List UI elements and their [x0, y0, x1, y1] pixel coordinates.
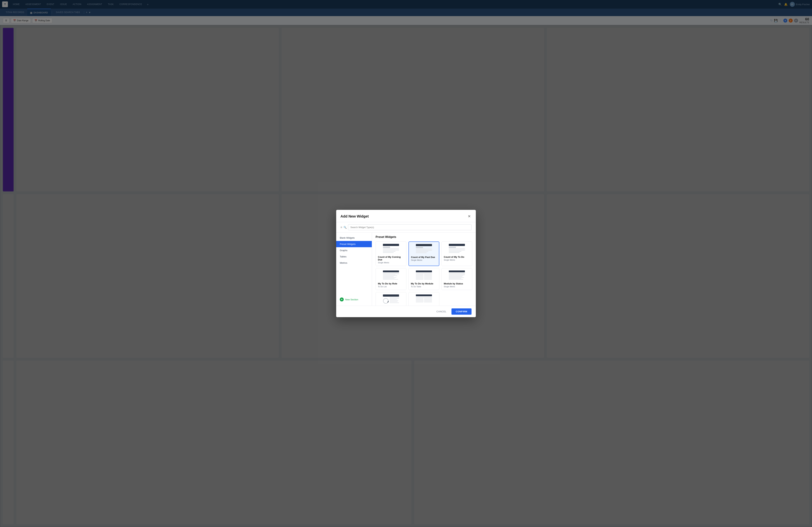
widget-type: Single Metric — [378, 261, 404, 264]
svg-rect-45 — [449, 273, 465, 273]
svg-rect-68 — [416, 299, 423, 300]
widget-preview — [411, 295, 437, 304]
widget-type: Single Metric — [411, 259, 437, 261]
widget-module-status[interactable]: Module by Status Single Metric — [441, 268, 472, 290]
widget-to-do-role[interactable]: My To Do by Role To Do List — [376, 268, 406, 290]
add-widget-modal: Add New Widget ✕ ≡ 🔍 Blank Widgets Prese… — [336, 210, 476, 317]
sidebar-graphs[interactable]: Graphs — [336, 247, 372, 254]
svg-rect-25 — [383, 278, 394, 279]
new-section-button[interactable]: + New Section — [336, 295, 372, 304]
svg-rect-46 — [449, 274, 465, 274]
svg-rect-53 — [383, 295, 399, 297]
svg-rect-11 — [416, 252, 426, 253]
svg-point-54 — [383, 298, 388, 303]
svg-rect-42 — [416, 279, 423, 280]
svg-rect-50 — [449, 277, 464, 278]
svg-rect-17 — [449, 252, 460, 253]
filter-icon[interactable]: ≡ — [340, 226, 342, 229]
svg-rect-24 — [383, 277, 396, 278]
svg-rect-30 — [416, 274, 423, 275]
cancel-button[interactable]: CANCEL — [434, 309, 449, 314]
new-section-label: New Section — [345, 298, 358, 301]
sidebar-metrics[interactable]: Metrics — [336, 260, 372, 266]
section-title: Preset Widgets — [376, 236, 472, 239]
svg-rect-47 — [449, 275, 465, 275]
modal-body: Blank Widgets Preset Widgets Graphs Tabl… — [336, 232, 476, 306]
svg-rect-61 — [390, 302, 399, 303]
svg-rect-13 — [449, 247, 456, 248]
svg-rect-1 — [383, 247, 390, 248]
svg-rect-2 — [383, 249, 399, 249]
widget-type: Single Metric — [444, 259, 470, 261]
modal-sidebar: Blank Widgets Preset Widgets Graphs Tabl… — [336, 232, 372, 306]
modal-search-bar: ≡ 🔍 — [336, 222, 476, 232]
svg-rect-59 — [390, 300, 398, 301]
widget-preview — [411, 244, 437, 254]
widgets-grid: Count of My Coming Due Single Metric — [376, 241, 472, 306]
svg-rect-26 — [383, 279, 398, 280]
svg-rect-4 — [383, 251, 395, 252]
svg-rect-57 — [390, 298, 399, 299]
svg-rect-7 — [416, 247, 423, 248]
svg-rect-3 — [383, 250, 399, 251]
svg-rect-10 — [416, 251, 429, 252]
new-section-icon: + — [340, 298, 344, 301]
svg-rect-74 — [416, 302, 423, 302]
widget-name: Module by Status — [444, 282, 470, 285]
widget-name: My To Do by Module — [411, 282, 437, 285]
sidebar-blank-widgets[interactable]: Blank Widgets — [336, 235, 372, 241]
widget-preview — [444, 244, 470, 254]
widget-preview — [444, 270, 470, 281]
sidebar-tables[interactable]: Tables — [336, 254, 372, 260]
svg-rect-49 — [449, 276, 462, 277]
svg-rect-33 — [416, 275, 423, 276]
widget-count-to-do[interactable]: Count of My To Do Single Metric — [441, 241, 472, 266]
svg-rect-63 — [416, 297, 432, 297]
svg-rect-56 — [390, 297, 399, 298]
confirm-button[interactable]: CONFIRM — [451, 308, 472, 315]
close-button[interactable]: ✕ — [467, 213, 472, 219]
svg-rect-66 — [424, 298, 432, 299]
widget-preview — [378, 270, 404, 281]
widget-to-do-by-module[interactable]: To Do by Module — [376, 292, 406, 306]
svg-rect-31 — [424, 274, 432, 275]
modal-footer: CANCEL CONFIRM — [336, 306, 476, 317]
svg-rect-0 — [383, 244, 399, 246]
svg-rect-60 — [390, 301, 397, 302]
svg-rect-16 — [449, 251, 461, 252]
widget-preview — [378, 244, 404, 254]
widget-type: Single Metric — [444, 286, 470, 288]
svg-rect-52 — [449, 279, 463, 280]
svg-rect-48 — [449, 275, 463, 276]
svg-rect-15 — [449, 250, 465, 251]
widget-count-coming-due[interactable]: Count of My Coming Due Single Metric — [376, 241, 406, 266]
svg-rect-72 — [424, 301, 432, 301]
widget-preview — [378, 295, 404, 304]
sidebar-preset-widgets[interactable]: Preset Widgets — [336, 241, 372, 247]
svg-rect-34 — [424, 275, 432, 276]
widget-preview — [411, 270, 437, 281]
svg-rect-51 — [449, 278, 461, 279]
svg-rect-21 — [383, 275, 395, 275]
widget-type: To Do List — [378, 286, 404, 288]
svg-rect-14 — [449, 249, 465, 249]
widget-name: Count of My To Do — [444, 256, 470, 258]
svg-rect-71 — [416, 301, 423, 301]
widget-coming-due-employee[interactable]: Coming Due by Employee — [408, 292, 439, 306]
svg-rect-28 — [416, 273, 432, 273]
widget-count-past-due[interactable]: Count of My Past Due Single Metric — [408, 241, 439, 266]
search-input[interactable] — [348, 224, 472, 230]
svg-rect-20 — [383, 274, 399, 274]
svg-rect-36 — [416, 276, 423, 277]
svg-rect-19 — [383, 273, 399, 273]
svg-rect-62 — [416, 295, 432, 296]
modal-title: Add New Widget — [340, 214, 369, 219]
svg-rect-44 — [449, 270, 465, 272]
svg-rect-23 — [383, 276, 394, 277]
widget-name: Count of My Past Due — [411, 256, 437, 258]
svg-rect-75 — [424, 302, 432, 302]
modal-content-area: Preset Widgets — [372, 232, 476, 306]
widget-to-do-module[interactable]: My To Do by Module To Do Table — [408, 268, 439, 290]
svg-rect-69 — [424, 299, 432, 300]
svg-rect-22 — [383, 275, 397, 276]
